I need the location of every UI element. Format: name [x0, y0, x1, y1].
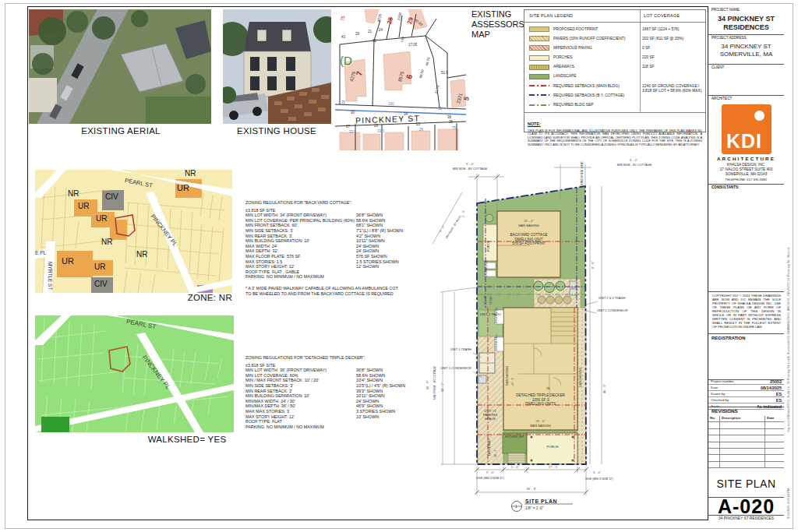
legend-value — [642, 101, 704, 104]
zoning-shown: 36'8" SHOWN — [356, 368, 423, 373]
zoning-row: MIN REAR SETBACK: 3' 39'3" SHOWN — [245, 389, 423, 394]
zone-district-label: UR — [62, 257, 74, 266]
copyright-section: COPYRIGHT KDI © 2024 THESE DRAWINGS ARE … — [708, 291, 784, 333]
zone-district-label: NR — [185, 170, 196, 178]
zoning-row: ROOF TYPE: FLAT — [245, 419, 423, 425]
legend-value: 220 SF — [642, 54, 704, 61]
zoning-shown — [356, 425, 423, 430]
map-dim: 27 — [346, 125, 350, 129]
map-dim: 30 — [351, 111, 355, 115]
zoning-requirement: MIN BUILDING SEPARATION: 10' — [245, 238, 356, 244]
dim-label: 17' - 1" — [534, 466, 573, 470]
revision-row — [708, 422, 784, 428]
field-label: Drawn by — [711, 392, 776, 396]
zoning-shown: 68'1" SHOWN — [356, 223, 423, 228]
street-label: PINCKNEY ST — [355, 115, 420, 125]
zoning-shown: 10'11" SHOWN — [356, 238, 423, 244]
zoning-shown: 58.6% SHOWN — [356, 373, 423, 379]
zoning-requirement: MIN LOT COVERAGE: PER PRINCIPAL BUILDING… — [245, 218, 356, 224]
zoning-shown: 12' SHOWN — [356, 264, 423, 270]
assessors-map: (D 7 4275 6 8575 5 2321 28 29 75 4025 23… — [334, 9, 468, 150]
zoning-shown: 4'2" SHOWN — [356, 234, 423, 239]
zoning-requirement: MAX WIDTH: 24' — [245, 244, 356, 249]
field-value: 08/14/2025 — [761, 386, 782, 390]
dim-label: 3' - 0" — [454, 162, 486, 166]
zoning-requirement: MAX MAX STORIES: 3 — [245, 409, 356, 414]
legend-note: NOTE: THIS PLAN IS FOR INFORMATIONAL AND… — [524, 112, 705, 132]
field-label: Checked by — [711, 398, 776, 402]
porch-label: PORCH — [538, 445, 567, 449]
side-setback-note: SIDE (MIN 3'/SUM 12') — [461, 477, 520, 480]
walkshed-map: PEARL ST PINCKNEY PL — [35, 315, 234, 432]
legend-swatch-icon — [529, 94, 549, 96]
zoning-requirement: MIN REAR SETBACK: 3' — [245, 389, 356, 394]
zone-district-label: CIV — [94, 280, 108, 288]
assessors-green-mark: (D — [340, 55, 352, 66]
map-dim-blue: 35 — [341, 101, 345, 105]
cottage-label: 576 SF FOOTPRINT — [497, 241, 560, 246]
kdi-logo-sub: ARCHITECTURE — [708, 156, 784, 161]
rev-col-description: Description — [720, 416, 765, 422]
zoning-requirement: MAX STORY HEIGHT: 12' — [245, 264, 356, 270]
map-dim: 51.9 — [441, 72, 448, 76]
map-dim: 23 — [416, 123, 420, 127]
project-address-label: PROJECT ADDRESS — [711, 36, 747, 40]
zone-district-label: NR — [68, 190, 79, 198]
title-block: PROJECT NAME 34 PINCKNEY ST RESIDENCES P… — [708, 6, 784, 520]
driveway-label: DRIVEWAY — [487, 439, 491, 456]
rev-col-date: Date — [765, 416, 784, 422]
zoning-row: MIN/MAX WIDTH: 24' / 30' 24' SHOWN — [245, 399, 423, 404]
map-dim: 38 — [447, 116, 451, 120]
map-dim-blue: 50 — [438, 107, 442, 111]
zoning-shown: 1.5 STORIES SHOWN — [356, 259, 423, 265]
dim-label: 24' - 0" — [503, 420, 577, 424]
main-massing-label: MAIN MASSING — [503, 425, 577, 428]
zoning-requirement: ROOF TYPE: FLAT — [245, 419, 356, 425]
zoning-site-line: ±3,818 SF SITE — [245, 363, 423, 368]
zoning-shown: 36'8" SHOWN — [356, 213, 423, 218]
zoning-requirement: MAX FLOOR PLATE: 576 SF — [245, 254, 356, 259]
dim-label: 10' MIN — [490, 296, 493, 305]
note-text: THIS PLAN IS FOR INFORMATIONAL AND ILLUS… — [528, 129, 702, 146]
unit1-patio-label: UNIT 1 PATIO — [478, 312, 503, 316]
walkshed-caption: WALKSHED= YES — [144, 435, 230, 444]
zoning-requirement: MIN SIDE SETBACKS: 3' — [245, 383, 356, 389]
map-dim-blue: 100 — [388, 103, 394, 107]
client-section: CLIENT — [708, 64, 784, 96]
street-label: E PL — [35, 251, 46, 256]
window-well-label: WINDOW WELL — [486, 260, 488, 277]
legend-swatch-icon — [529, 65, 549, 70]
street-label: MYRTLE ST — [48, 262, 53, 290]
assessors-map-title: EXISTING ASSESSORS MAP — [471, 9, 528, 40]
revisions-label: REVISIONS — [711, 408, 738, 414]
zone-district-label: UR — [96, 215, 107, 223]
print-timestamp: 8/14/2025 2:08:24 PM — [786, 488, 790, 519]
site-plan-legend: SITE PLAN LEGEND LOT COVERAGE PROPOSED F… — [524, 9, 706, 132]
zoning-title: ZONING REGULATIONS FOR "BACKYARD COTTAGE… — [245, 200, 423, 206]
map-dim: 24 — [379, 29, 383, 33]
legend-header-left: SITE PLAN LEGEND — [529, 13, 573, 18]
field-label: Date — [711, 386, 761, 389]
zoning-row: MAX STORY HEIGHT: 12' 10' SHOWN — [245, 414, 423, 420]
zoning-row: MAX WIDTH: 24' 24' SHOWN — [245, 244, 423, 249]
dim-label: 60' - 0" — [426, 380, 430, 389]
zoning-row: MIN/MAX DEPTH: 36' / 50' 46'9" SHOWN — [245, 403, 423, 409]
field-value: ES — [776, 398, 782, 403]
zoning-requirement: MIN/MAX DEPTH: 36' / 50' — [245, 403, 356, 409]
zoning-rows: MIN LOT WIDTH: 34' (FRONT DRIVEWAY) 36'8… — [245, 213, 423, 280]
legend-value — [642, 72, 704, 75]
project-field-row: Drawn by ES — [708, 391, 784, 397]
unit1-trash-label: UNIT 1 TRASH — [437, 348, 471, 352]
firm-address: 17 IVALOO STREET SUITE 400 — [708, 167, 784, 172]
unit23-trash-label: UNIT 2 & 3 TRASH — [598, 297, 637, 301]
zoning-row: ROOF TYPE: FLAT , GABLE — [245, 270, 423, 275]
kdi-logo: KDI — [722, 104, 772, 154]
map-dim: 35- — [449, 121, 454, 125]
zoning-shown — [356, 419, 423, 425]
zoning-shown: 576 SF SHOWN — [356, 254, 423, 259]
legend-header-right: LOT COVERAGE — [644, 13, 680, 18]
zone-district-label: UR — [177, 184, 189, 192]
legend-label: REQUIRED SETBACKS (MAIN BLDG) — [553, 82, 639, 88]
zoning-requirement: PARKING: NO MINIMUM / NO MAXIMUM — [245, 274, 356, 280]
zoning-shown: 58.6% SHOWN — [356, 218, 423, 224]
